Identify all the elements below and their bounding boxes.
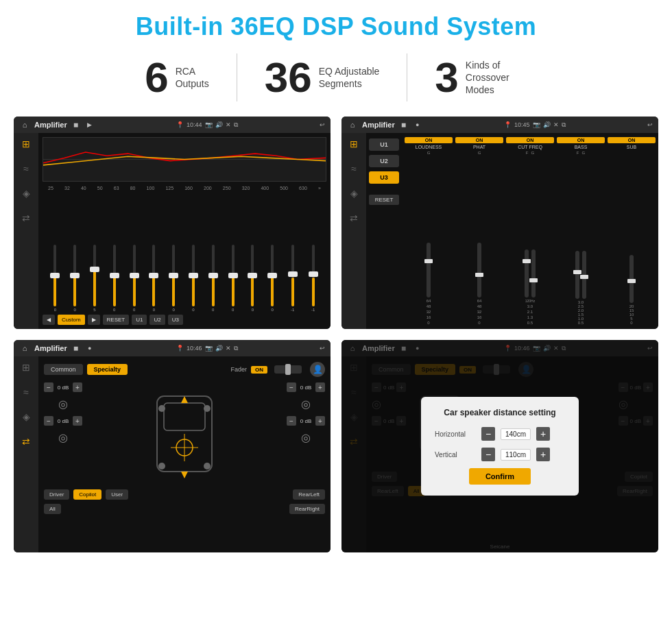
fader-home-icon[interactable]: ⌂	[19, 343, 30, 354]
dsp-wave-icon[interactable]: ≈	[351, 163, 357, 174]
eq-track-1[interactable]	[53, 245, 56, 306]
freq-next[interactable]: »	[318, 186, 321, 191]
eq-reset-btn[interactable]: RESET	[103, 315, 130, 325]
rl-plus[interactable]: +	[73, 416, 82, 426]
vertical-plus-btn[interactable]: +	[536, 448, 550, 461]
eq-track-12[interactable]	[271, 245, 274, 306]
dsp-close-icon[interactable]: ✕	[553, 121, 559, 128]
eq-u3-btn[interactable]: U3	[168, 315, 183, 325]
bass-slider-g[interactable]	[582, 251, 586, 299]
dsp-u2-btn[interactable]: U2	[369, 155, 399, 167]
eq-track-6[interactable]	[152, 245, 155, 306]
profile-icon[interactable]: 👤	[310, 362, 325, 377]
fader-vol-icon: 🔊	[215, 345, 223, 352]
fader-sync-icon[interactable]: ⇄	[22, 436, 30, 447]
sub-on: ON	[608, 137, 656, 143]
fader-speaker-icon[interactable]: ◈	[23, 411, 30, 422]
dsp-eq-icon[interactable]: ⊞	[350, 138, 358, 149]
fader-on-badge[interactable]: ON	[251, 366, 267, 374]
eq-u1-btn[interactable]: U1	[132, 315, 147, 325]
home-icon[interactable]: ⌂	[19, 119, 30, 130]
fl-speaker-icon: ◎	[44, 398, 82, 411]
vertical-minus-btn[interactable]: −	[481, 448, 495, 461]
fader-rearleft-btn[interactable]: All	[44, 504, 61, 514]
fader-all-btn[interactable]: Copilot	[73, 489, 101, 500]
fader-back-icon[interactable]: ↩	[320, 345, 325, 352]
rr-minus[interactable]: −	[287, 416, 296, 426]
fader-common-tab[interactable]: Common	[44, 364, 83, 375]
bass-slider-f[interactable]	[575, 251, 579, 299]
fader-close-icon[interactable]: ✕	[226, 345, 231, 352]
rl-minus[interactable]: −	[44, 416, 53, 426]
eq-slider-12: 0	[271, 245, 274, 312]
eq-track-2[interactable]	[73, 245, 76, 306]
stat-rca: 6 RCAOutputs	[117, 56, 237, 99]
dsp-u1-btn[interactable]: U1	[369, 138, 399, 151]
freq-80: 80	[130, 186, 136, 191]
eq-track-11[interactable]	[251, 245, 254, 306]
dsp-sync-icon[interactable]: ⇄	[350, 212, 358, 223]
loudness-v0: 0	[427, 321, 429, 325]
eq-custom-btn[interactable]: Custom	[58, 315, 85, 325]
confirm-button[interactable]: Confirm	[469, 468, 531, 485]
dsp-u3-btn[interactable]: U3	[369, 171, 399, 184]
dsp-reset-btn[interactable]: RESET	[369, 195, 399, 205]
play-icon[interactable]: ▶	[85, 120, 95, 130]
eq-track-8[interactable]	[192, 245, 195, 306]
eq-sidebar-speaker-icon[interactable]: ◈	[23, 188, 30, 199]
loudness-vals5: 0	[427, 321, 429, 325]
loudness-slider[interactable]	[427, 243, 431, 297]
dsp-clone-icon: ⧉	[562, 121, 566, 129]
fader-content: − 0 dB + ◎ − 0 dB + ◎	[44, 382, 325, 485]
horizontal-minus-btn[interactable]: −	[481, 427, 495, 441]
back-icon[interactable]: ↩	[320, 121, 325, 128]
sub-slider[interactable]	[629, 255, 634, 303]
close-icon[interactable]: ✕	[226, 121, 231, 128]
eq-track-9[interactable]	[212, 245, 215, 306]
rr-value: 0 dB	[298, 418, 313, 424]
rr-plus[interactable]: +	[315, 416, 325, 426]
stat-eq: 36 EQ AdjustableSegments	[237, 56, 407, 99]
dsp-speaker-icon[interactable]: ◈	[350, 188, 358, 199]
loudness-g: G	[427, 151, 431, 155]
fader-eq-icon[interactable]: ⊞	[22, 362, 30, 373]
eq-track-4[interactable]	[113, 245, 116, 306]
fader-h-slider[interactable]	[274, 365, 302, 374]
fader-bottom-bar2: All RearRight	[44, 504, 325, 514]
fl-minus[interactable]: −	[44, 382, 53, 392]
screen-fader: ⌂ Amplifier ◼ ● 📍 10:46 📷 🔊 ✕ ⧉ ↩	[14, 340, 331, 552]
fader-user-btn[interactable]: User	[106, 489, 128, 500]
eq-u2-btn[interactable]: U2	[149, 315, 165, 325]
eq-track-10[interactable]	[232, 245, 235, 306]
dsp-top-bar-right: ↩	[647, 121, 653, 128]
rl-speaker-icon: ◎	[44, 431, 82, 444]
fr-minus[interactable]: −	[287, 382, 296, 392]
cutfreq-slider-g[interactable]	[531, 249, 536, 297]
eq-track-5[interactable]	[133, 245, 136, 306]
horizontal-plus-btn[interactable]: +	[536, 427, 550, 441]
freq-25: 25	[48, 186, 53, 191]
fader-rearright-btn[interactable]: RearRight	[289, 504, 325, 514]
phat-slider[interactable]	[477, 243, 481, 297]
eq-next-btn[interactable]: ▶	[88, 315, 100, 325]
eq-prev-btn[interactable]: ◀	[43, 315, 55, 325]
fader-specialty-tab[interactable]: Specialty	[87, 364, 128, 375]
cutfreq-slider-f[interactable]	[525, 249, 529, 297]
dsp-back-icon[interactable]: ↩	[647, 121, 653, 128]
dsp-home-icon[interactable]: ⌂	[347, 119, 358, 130]
fader-copilot-btn[interactable]: RearLeft	[293, 489, 325, 500]
eq-track-3[interactable]	[93, 245, 96, 306]
fader-bottom-bar: Driver Copilot User RearLeft	[44, 489, 325, 500]
eq-track-7[interactable]	[172, 245, 175, 306]
eq-track-14[interactable]	[312, 245, 315, 306]
svg-rect-2	[164, 403, 205, 430]
eq-sidebar-wave-icon[interactable]: ≈	[23, 163, 29, 174]
eq-sidebar-eq-icon[interactable]: ⊞	[22, 138, 30, 149]
fl-value: 0 dB	[56, 385, 71, 391]
fader-wave-icon[interactable]: ≈	[23, 387, 29, 398]
eq-sidebar-sync-icon[interactable]: ⇄	[22, 212, 30, 223]
fr-plus[interactable]: +	[315, 382, 325, 392]
fader-driver-btn[interactable]: Driver	[44, 489, 69, 500]
fl-plus[interactable]: +	[73, 382, 82, 392]
eq-track-13[interactable]	[291, 245, 294, 306]
